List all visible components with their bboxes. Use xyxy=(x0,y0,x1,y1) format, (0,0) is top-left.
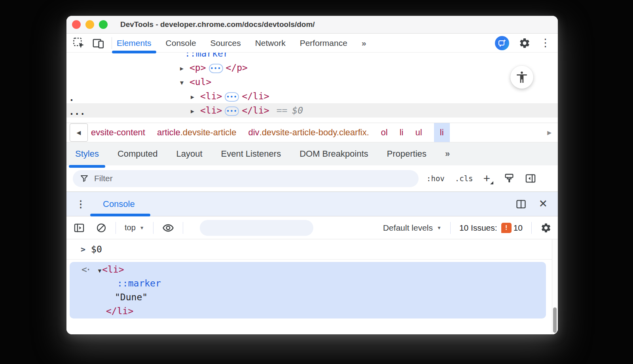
dock-sidebar-left-icon[interactable] xyxy=(525,173,536,184)
console-settings-gear-icon[interactable] xyxy=(540,222,552,233)
breadcrumb-back-icon[interactable]: ◀ xyxy=(70,123,88,142)
breadcrumb-forward-icon[interactable]: ▶ xyxy=(542,123,558,142)
ai-assistance-icon[interactable] xyxy=(495,36,509,50)
breadcrumb-item[interactable]: ul xyxy=(415,123,422,142)
console-sidebar-icon[interactable] xyxy=(74,222,85,233)
console-toolbar: top ▼ Default levels ▼ 10 Issues: xyxy=(66,216,558,239)
issues-badge-icon: ! xyxy=(501,223,512,233)
console-scrollbar-track[interactable] xyxy=(552,239,558,334)
dom-node-p[interactable]: ▶<p>•••</p> xyxy=(66,61,558,75)
breadcrumb: ◀ evsite-content article.devsite-article… xyxy=(66,123,558,142)
result-line-open[interactable]: <·▼<li> xyxy=(70,263,546,277)
styles-filter-field[interactable] xyxy=(73,170,419,187)
dom-node-ul[interactable]: ▼<ul> xyxy=(66,75,558,89)
console-result-expanded[interactable]: <·▼<li> ::marker "Dune" </li> xyxy=(70,262,546,318)
breadcrumb-item[interactable]: evsite-content xyxy=(91,123,145,142)
collapsed-children-pill[interactable]: ••• xyxy=(209,64,223,73)
tab-computed[interactable]: Computed xyxy=(118,149,158,159)
tab-event-listeners[interactable]: Event Listeners xyxy=(221,149,281,159)
panel-tabs: Elements Console Sources Network Perform… xyxy=(117,34,367,52)
toolbar-divider xyxy=(183,222,183,234)
tab-console[interactable]: Console xyxy=(166,34,196,52)
dom-node-li[interactable]: ▶<li>•••</li> xyxy=(66,89,558,103)
expand-arrow-icon[interactable]: ▶ xyxy=(180,61,190,76)
toolbar-divider xyxy=(450,222,451,234)
minimize-window-button[interactable] xyxy=(85,20,94,29)
breadcrumb-item-selected[interactable]: li xyxy=(434,123,450,142)
drawer-overflow-menu-icon[interactable]: ⋮ xyxy=(76,199,85,210)
split-panel-icon[interactable] xyxy=(515,199,527,210)
more-panels-chevron-icon[interactable]: » xyxy=(362,34,367,52)
result-text-node: "Dune" xyxy=(70,290,546,304)
collapse-arrow-icon[interactable]: ▼ xyxy=(98,267,101,274)
console-scrollbar-thumb[interactable] xyxy=(553,307,557,333)
maximize-window-button[interactable] xyxy=(99,20,108,29)
console-filter-field[interactable] xyxy=(200,220,313,236)
close-window-button[interactable] xyxy=(72,20,81,29)
toggle-element-state-button[interactable]: :hov xyxy=(426,174,445,183)
clear-console-icon[interactable] xyxy=(96,222,107,233)
toolbar-right-actions: ⋮ xyxy=(495,36,551,50)
javascript-context-dropdown[interactable]: top ▼ xyxy=(125,223,144,232)
console-toolbar-right: Default levels ▼ 10 Issues: ! 10 xyxy=(383,222,552,234)
tab-sources[interactable]: Sources xyxy=(210,34,241,52)
element-classes-button[interactable]: .cls xyxy=(455,174,473,183)
drawer-tab-console[interactable]: Console xyxy=(103,199,135,209)
styles-pane-tab-bar: Styles Computed Layout Event Listeners D… xyxy=(66,142,558,165)
styles-filter-input[interactable] xyxy=(94,174,419,183)
breadcrumb-item[interactable]: ol xyxy=(381,123,388,142)
new-style-rule-icon[interactable]: + xyxy=(483,173,494,184)
dom-node-marker-pseudo[interactable]: ::marker xyxy=(66,53,558,61)
result-tag-close: </li> xyxy=(70,304,546,318)
more-tabs-chevron-icon[interactable]: » xyxy=(445,149,451,159)
tab-dom-breakpoints[interactable]: DOM Breakpoints xyxy=(299,149,368,159)
inspect-element-icon[interactable] xyxy=(72,36,85,50)
tag-open: <li> xyxy=(200,91,222,101)
desktop-background: DevTools - developer.chrome.com/docs/dev… xyxy=(0,0,633,364)
device-toolbar-icon[interactable] xyxy=(92,36,105,50)
result-marker-pseudo[interactable]: ::marker xyxy=(70,277,546,290)
accessibility-widget-button[interactable] xyxy=(510,66,533,89)
dropdown-caret-icon: ▼ xyxy=(437,225,442,231)
clipped-text-fragment: . xyxy=(69,91,74,105)
breadcrumb-item[interactable]: li xyxy=(400,123,404,142)
main-toolbar: Elements Console Sources Network Perform… xyxy=(66,34,558,53)
issues-counter[interactable]: 10 Issues: ! 10 xyxy=(459,223,523,233)
tag-close: </li> xyxy=(242,105,269,116)
collapse-arrow-icon[interactable]: ▼ xyxy=(180,76,190,90)
dom-node-li-selected[interactable]: ▶<li>•••</li>==$0 xyxy=(66,103,558,118)
settings-gear-icon[interactable] xyxy=(518,36,531,50)
tab-properties[interactable]: Properties xyxy=(387,149,426,159)
return-value-arrow-icon: <· xyxy=(81,264,90,275)
collapsed-children-pill[interactable]: ••• xyxy=(225,106,239,116)
close-drawer-icon[interactable]: ✕ xyxy=(538,199,548,209)
tag-close: </p> xyxy=(226,63,248,73)
tab-network[interactable]: Network xyxy=(255,34,286,52)
breadcrumb-item[interactable]: article.devsite-article xyxy=(157,123,237,142)
expand-arrow-icon[interactable]: ▶ xyxy=(191,90,200,104)
tag-open: <ul> xyxy=(190,77,211,87)
breadcrumb-list: evsite-content article.devsite-article d… xyxy=(91,123,450,142)
styles-filter-bar: :hov .cls + xyxy=(66,165,558,192)
console-filter-input[interactable] xyxy=(211,223,316,232)
toolbar-divider xyxy=(531,222,532,234)
styles-toolbar-actions: :hov .cls + xyxy=(426,173,536,184)
tab-layout[interactable]: Layout xyxy=(176,149,202,159)
console-messages: > $0 <·▼<li> ::marker "Dune" </li> xyxy=(66,239,558,334)
breadcrumb-item[interactable]: div.devsite-article-body.clearfix. xyxy=(248,123,369,142)
collapsed-children-pill[interactable]: ••• xyxy=(225,92,239,102)
log-levels-dropdown[interactable]: Default levels ▼ xyxy=(383,223,442,233)
console-command-row[interactable]: > $0 xyxy=(66,239,558,260)
toolbar-divider xyxy=(116,222,116,234)
console-tab-underline xyxy=(90,214,150,216)
tab-styles[interactable]: Styles xyxy=(75,149,99,159)
overflow-menu-icon[interactable]: ⋮ xyxy=(540,38,551,48)
rendering-emulation-icon[interactable] xyxy=(504,173,515,184)
console-drawer-header: ⋮ Console ✕ xyxy=(66,192,558,216)
tag-open: <p> xyxy=(190,63,206,73)
live-expression-eye-icon[interactable] xyxy=(162,222,174,234)
tab-performance[interactable]: Performance xyxy=(300,34,347,52)
tag-close: </li> xyxy=(242,91,269,101)
expand-arrow-icon[interactable]: ▶ xyxy=(191,104,200,118)
tab-elements[interactable]: Elements xyxy=(117,34,152,52)
